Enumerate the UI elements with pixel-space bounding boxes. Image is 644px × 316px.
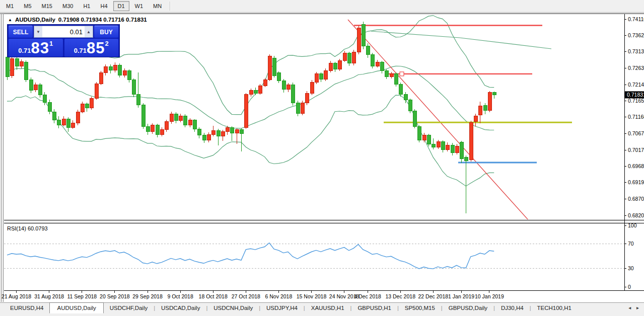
price-tick-label: 0.72630	[628, 65, 644, 71]
chart-tab-bar: EURUSD,H4AUDUSD,DailyUSDCHF,Daily|USDCAD…	[0, 302, 644, 316]
time-tick-label: 20 Sep 2018	[100, 293, 130, 299]
chart-tab-usdjpy-h4[interactable]: USDJPY,H4	[260, 303, 304, 313]
chart-tab-usdchf-daily[interactable]: USDCHF,Daily	[104, 303, 154, 313]
rsi-tick-label: 70	[628, 241, 634, 247]
tab-scroll-arrows[interactable]: ◂ ▸	[628, 305, 641, 310]
volume-decrease-icon[interactable]: ▼	[34, 26, 42, 37]
time-tick-label: 29 Sep 2018	[132, 293, 163, 299]
chart-tab-gbpusd-daily[interactable]: GBPUSD,Daily	[443, 303, 493, 313]
rsi-tick-label: 100	[628, 222, 637, 228]
time-tick-label: 13 Dec 2018	[385, 293, 415, 299]
chart-tab-sp500-m15[interactable]: SP500,M15	[399, 303, 441, 313]
volume-field: ▼ 0.01 ▲	[34, 26, 93, 38]
chart-tab-usdcad-daily[interactable]: USDCAD,Daily	[155, 303, 206, 313]
rsi-tick-label: 0	[628, 284, 631, 290]
time-tick-label: 21 Aug 2018	[2, 293, 31, 299]
one-click-trading-panel: SELL ▼ 0.01 ▲ BUY 0.71 83 1 0.71 85 2	[7, 24, 120, 57]
price-tick-label: 0.72140	[628, 82, 644, 88]
line-anchor-handle[interactable]	[400, 72, 404, 76]
time-tick-label: 22 Dec 2018	[418, 293, 449, 299]
volume-input[interactable]: 0.01	[42, 26, 85, 37]
time-tick-label: 31 Aug 2018	[34, 293, 64, 299]
time-tick-label: 1 Jan 2019	[448, 293, 474, 299]
time-tick-label: 10 Jan 2019	[475, 293, 504, 299]
sell-button[interactable]: SELL	[9, 26, 33, 38]
chart-tab-eurusd-h4[interactable]: EURUSD,H4	[4, 303, 49, 313]
price-tick-label: 0.69680	[628, 163, 644, 169]
sell-price-pips: 83	[31, 41, 49, 56]
sell-price-point: 1	[49, 40, 53, 47]
chart-tab-audusd-daily[interactable]: AUDUSD,Daily	[49, 302, 103, 313]
time-tick-label: 11 Sep 2018	[67, 293, 97, 299]
ohlc-readout: 0.71908 0.71934 0.71716 0.71831	[58, 17, 147, 23]
price-tick-label: 0.69190	[628, 179, 644, 185]
volume-increase-icon[interactable]: ▲	[85, 26, 93, 37]
price-tick-label: 0.74110	[628, 16, 644, 22]
price-tick-label: 0.73130	[628, 48, 644, 54]
buy-price-point: 2	[105, 40, 109, 47]
buy-price-display[interactable]: 0.71 85 2	[64, 39, 119, 57]
time-tick-label: 9 Oct 2018	[167, 293, 193, 299]
sell-price-display[interactable]: 0.71 83 1	[9, 39, 63, 57]
price-tick-label: 0.68200	[628, 212, 644, 218]
terminal-window: M1M5M15M30H1H4D1W1MN 0.741100.736200.731…	[0, 0, 644, 316]
buy-price-base: 0.71	[74, 47, 87, 54]
time-tick-label: 4 Dec 2018	[354, 293, 381, 299]
rsi-indicator-label: RSI(14) 60.0793	[7, 225, 48, 231]
chart-tab-xauusd-h1[interactable]: XAUUSD,H1	[305, 303, 350, 313]
chart-tab-gbpusd-h1[interactable]: GBPUSD,H1	[351, 303, 397, 313]
sell-price-base: 0.71	[18, 47, 31, 54]
chart-header: ▲ AUDUSD,Daily 0.71908 0.71934 0.71716 0…	[8, 17, 147, 23]
time-tick-label: 27 Oct 2018	[232, 293, 260, 299]
symbol-title: AUDUSD,Daily	[15, 17, 55, 23]
price-tick-label: 0.73620	[628, 32, 644, 38]
chart-tab-dj30-h4[interactable]: DJ30,H4	[495, 303, 530, 313]
rsi-plot-area	[4, 223, 624, 290]
price-tick-label: 0.70670	[628, 130, 644, 136]
current-price-value: 0.71831	[627, 92, 644, 98]
price-tick-label: 0.68700	[628, 196, 644, 202]
price-tick-label: 0.71160	[628, 114, 644, 120]
time-tick-label: 15 Nov 2018	[297, 293, 327, 299]
price-tick-label: 0.71650	[628, 98, 644, 104]
chart-tab-usdcnh-daily[interactable]: USDCNH,Daily	[207, 303, 259, 313]
chart-tab-tech100-h1[interactable]: TECH100,H1	[531, 303, 578, 313]
price-tick-label: 0.70170	[628, 147, 644, 153]
buy-price-pips: 85	[87, 41, 105, 56]
buy-button[interactable]: BUY	[94, 26, 118, 38]
collapse-panel-icon[interactable]: ▲	[8, 18, 12, 22]
time-tick-label: 6 Nov 2018	[265, 293, 293, 299]
rsi-tick-label: 30	[628, 265, 634, 271]
time-tick-label: 18 Oct 2018	[199, 293, 228, 299]
